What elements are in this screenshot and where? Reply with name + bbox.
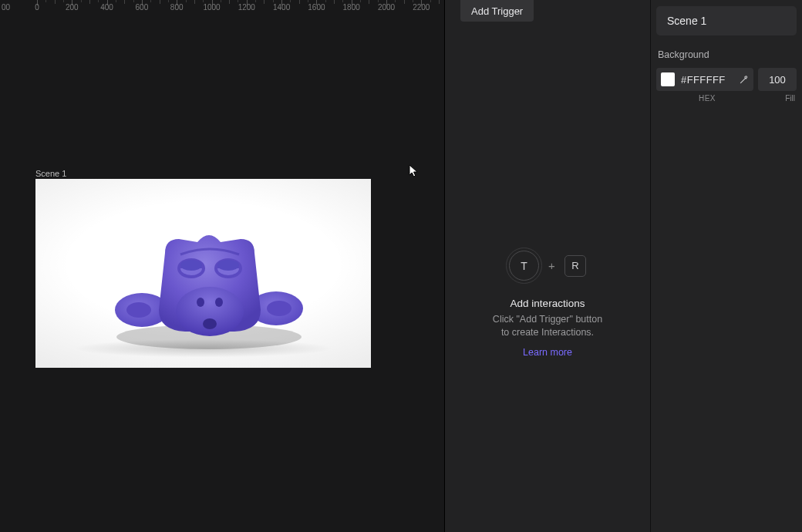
scene-frame-container[interactable]: Scene 1 <box>35 179 371 368</box>
scene-label: Scene 1 <box>35 169 66 178</box>
ruler-label: 0 <box>35 3 39 12</box>
eyedropper-icon[interactable] <box>738 74 749 85</box>
ruler-label: 1000 <box>203 3 220 12</box>
scene-canvas[interactable] <box>35 179 371 368</box>
interactions-panel: Add Trigger T + R Add interactions Click… <box>445 0 650 532</box>
background-sublabels: HEX Fill <box>656 94 797 103</box>
empty-state-title: Add interactions <box>511 298 585 309</box>
ruler-label: 2000 <box>378 3 395 12</box>
cursor-icon <box>409 164 420 178</box>
learn-more-link[interactable]: Learn more <box>523 347 572 358</box>
response-square-icon: R <box>564 255 586 277</box>
add-trigger-button[interactable]: Add Trigger <box>460 0 534 22</box>
empty-state-subtitle: Click "Add Trigger" button to create Int… <box>493 313 602 339</box>
background-fill-input[interactable]: 100 <box>758 68 797 91</box>
trigger-response-graphic: T + R <box>509 251 586 281</box>
trigger-circle-icon: T <box>509 251 539 281</box>
background-controls-row: #FFFFFF 100 <box>656 68 797 91</box>
inspector-header[interactable]: Scene 1 <box>656 6 797 35</box>
ruler-label: 00 <box>2 3 10 12</box>
hex-sublabel: HEX <box>656 94 758 103</box>
add-trigger-label: Add Trigger <box>471 5 523 17</box>
ruler-label: 400 <box>100 3 113 12</box>
ruler-horizontal: 0200400600800100012001400160018002000220… <box>0 0 444 15</box>
ruler-label: 200 <box>66 3 79 12</box>
svg-point-7 <box>180 260 202 271</box>
svg-point-11 <box>215 298 223 307</box>
ruler-label: 600 <box>136 3 149 12</box>
interactions-empty-state: T + R Add interactions Click "Add Trigge… <box>445 251 650 358</box>
plus-icon: + <box>548 259 555 272</box>
background-section-label: Background <box>658 49 797 60</box>
ground-shadow <box>35 312 371 359</box>
ruler-label: 800 <box>170 3 184 12</box>
svg-point-10 <box>197 298 204 307</box>
color-swatch[interactable] <box>661 72 675 86</box>
fill-sublabel: Fill <box>758 94 797 103</box>
ruler-label: 1200 <box>238 3 255 12</box>
ruler-label: 1600 <box>308 3 325 12</box>
inspector-title: Scene 1 <box>667 15 706 27</box>
inspector-panel: Scene 1 Background #FFFFFF 100 HEX Fill <box>651 0 802 532</box>
canvas-area[interactable]: 0200400600800100012001400160018002000220… <box>0 0 444 532</box>
ruler-label: 2200 <box>413 3 430 12</box>
fill-value-text: 100 <box>769 74 786 86</box>
background-hex-input[interactable]: #FFFFFF <box>656 68 753 91</box>
hex-value-text: #FFFFFF <box>681 74 732 86</box>
ruler-label: 1800 <box>343 3 360 12</box>
svg-point-8 <box>217 260 239 271</box>
ruler-label: 1400 <box>273 3 290 12</box>
